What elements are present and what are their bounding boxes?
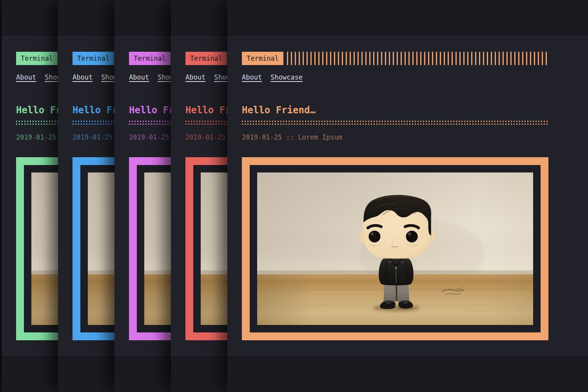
nav-link-about[interactable]: About bbox=[16, 73, 36, 81]
post-image-frame bbox=[242, 157, 548, 340]
title-separator bbox=[242, 121, 548, 125]
nav-link-showcase[interactable]: Showcase bbox=[270, 73, 303, 81]
card-bottom-band bbox=[227, 355, 588, 392]
site-logo-badge[interactable]: Terminal bbox=[185, 52, 227, 65]
site-logo-badge[interactable]: Terminal bbox=[16, 52, 58, 65]
separator-dots-row bbox=[242, 123, 548, 125]
nav-link-about[interactable]: About bbox=[73, 73, 93, 81]
separator-dots-row bbox=[242, 121, 548, 122]
nav-link-about[interactable]: About bbox=[185, 73, 205, 81]
header-bars-decoration bbox=[287, 52, 548, 65]
funko-figure-photo bbox=[257, 172, 533, 325]
site-logo-badge[interactable]: Terminal bbox=[73, 52, 114, 65]
post-meta: 2019-01-25 :: Lorem Ipsum bbox=[242, 133, 548, 142]
site-logo-badge[interactable]: Terminal bbox=[129, 52, 171, 65]
nav-link-about[interactable]: About bbox=[242, 73, 262, 81]
site-logo-badge[interactable]: Terminal bbox=[242, 52, 283, 65]
site-header: Terminal bbox=[242, 52, 548, 65]
card-main: Terminal About Showcase Hello Friend… 20… bbox=[227, 36, 588, 355]
terminal-theme-card-orange: Terminal About Showcase Hello Friend… 20… bbox=[227, 0, 588, 392]
nav-link-about[interactable]: About bbox=[129, 73, 149, 81]
card-top-band bbox=[227, 0, 588, 36]
site-nav: About Showcase bbox=[242, 73, 548, 81]
post-title[interactable]: Hello Friend… bbox=[242, 104, 548, 116]
